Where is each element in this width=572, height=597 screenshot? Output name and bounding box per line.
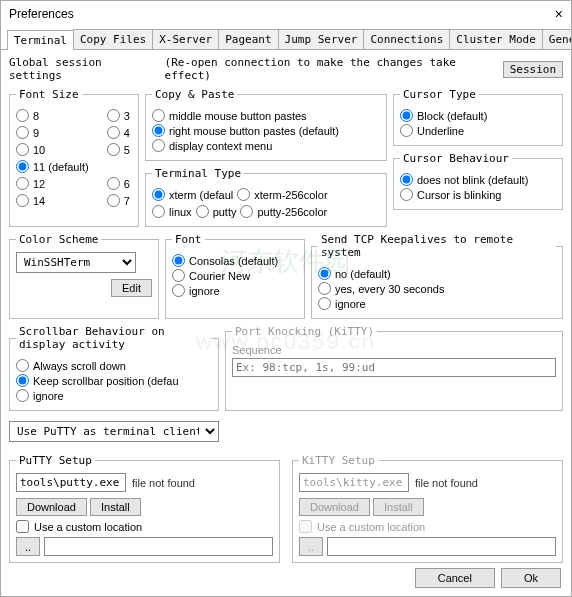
font-consolas[interactable]: Consolas (default) [172, 254, 298, 267]
font-size-10[interactable]: 10 [16, 143, 89, 156]
tab-jump-server[interactable]: Jump Server [278, 29, 365, 49]
port-knocking-legend: Port Knocking (KiTTY) [232, 325, 377, 338]
cursor-blink[interactable]: Cursor is blinking [400, 188, 556, 201]
window-title: Preferences [9, 7, 74, 21]
font-size-11[interactable]: 11 (default) [16, 160, 89, 173]
close-icon[interactable]: × [555, 6, 563, 22]
tab-pageant[interactable]: Pageant [218, 29, 278, 49]
keepalive-no[interactable]: no (default) [318, 267, 556, 280]
keepalive-yes[interactable]: yes, every 30 seconds [318, 282, 556, 295]
font-size-14[interactable]: 14 [16, 194, 89, 207]
copy-paste-context[interactable]: display context menu [152, 139, 380, 152]
font-size-legend: Font Size [16, 88, 82, 101]
putty-setup-group: PuTTY Setup file not found Download Inst… [9, 454, 280, 563]
font-size-4[interactable]: 4 [107, 126, 130, 139]
kitty-download-button: Download [299, 498, 370, 516]
cursor-noblink[interactable]: does not blink (default) [400, 173, 556, 186]
cursor-underline[interactable]: Underline [400, 124, 556, 137]
scrollbar-group: Scrollbar Behaviour on display activity … [9, 325, 219, 411]
copy-paste-right[interactable]: right mouse button pastes (default) [152, 124, 380, 137]
port-knocking-sub: Sequence [232, 344, 556, 356]
cancel-button[interactable]: Cancel [415, 568, 495, 588]
terminal-type-legend: Terminal Type [152, 167, 244, 180]
scroll-keep[interactable]: Keep scrollbar position (defau [16, 374, 212, 387]
term-putty256[interactable]: putty-256color [240, 205, 327, 218]
keepalive-group: Send TCP Keepalives to remote system no … [311, 233, 563, 319]
cursor-block[interactable]: Block (default) [400, 109, 556, 122]
copy-paste-middle[interactable]: middle mouse button pastes [152, 109, 380, 122]
font-size-5[interactable]: 5 [107, 143, 130, 156]
term-xterm256[interactable]: xterm-256color [237, 188, 327, 201]
color-scheme-group: Color Scheme WinSSHTerm Edit [9, 233, 159, 319]
kitty-custom-checkbox: Use a custom location [299, 520, 556, 533]
putty-notfound: file not found [132, 477, 195, 489]
tab-general[interactable]: General [542, 29, 572, 49]
font-size-6[interactable]: 6 [107, 177, 130, 190]
font-size-7[interactable]: 7 [107, 194, 130, 207]
copy-paste-group: Copy & Paste middle mouse button pastes … [145, 88, 387, 161]
tab-x-server[interactable]: X-Server [152, 29, 219, 49]
terminal-type-group: Terminal Type xterm (defaul xterm-256col… [145, 167, 387, 227]
cursor-type-legend: Cursor Type [400, 88, 479, 101]
cursor-behaviour-group: Cursor Behaviour does not blink (default… [393, 152, 563, 210]
putty-custom-checkbox[interactable]: Use a custom location [16, 520, 273, 533]
font-size-group: Font Size 8 9 10 11 (default) 12 14 3 4 … [9, 88, 139, 227]
putty-browse-button[interactable]: .. [16, 537, 40, 556]
term-linux[interactable]: linux [152, 205, 192, 218]
color-scheme-select[interactable]: WinSSHTerm [16, 252, 136, 273]
scroll-always[interactable]: Always scroll down [16, 359, 212, 372]
port-knocking-input [232, 358, 556, 377]
keepalive-legend: Send TCP Keepalives to remote system [318, 233, 556, 259]
kitty-browse-button: .. [299, 537, 323, 556]
kitty-path [299, 473, 409, 492]
cursor-type-group: Cursor Type Block (default) Underline [393, 88, 563, 146]
kitty-install-button: Install [373, 498, 424, 516]
keepalive-ignore[interactable]: ignore [318, 297, 556, 310]
color-scheme-legend: Color Scheme [16, 233, 101, 246]
kitty-notfound: file not found [415, 477, 478, 489]
color-scheme-edit-button[interactable]: Edit [111, 279, 152, 297]
tab-connections[interactable]: Connections [363, 29, 450, 49]
putty-download-button[interactable]: Download [16, 498, 87, 516]
port-knocking-group: Port Knocking (KiTTY) Sequence [225, 325, 563, 411]
kitty-setup-legend: KiTTY Setup [299, 454, 378, 467]
putty-install-button[interactable]: Install [90, 498, 141, 516]
tab-bar: Terminal Copy Files X-Server Pageant Jum… [1, 29, 571, 50]
font-group: Font Consolas (default) Courier New igno… [165, 233, 305, 319]
font-size-12[interactable]: 12 [16, 177, 89, 190]
tab-cluster-mode[interactable]: Cluster Mode [449, 29, 542, 49]
scrollbar-legend: Scrollbar Behaviour on display activity [16, 325, 212, 351]
putty-custom-path [44, 537, 273, 556]
global-settings-hint: (Re-open connection to make the changes … [165, 56, 503, 82]
putty-setup-legend: PuTTY Setup [16, 454, 95, 467]
scroll-ignore[interactable]: ignore [16, 389, 212, 402]
cursor-behaviour-legend: Cursor Behaviour [400, 152, 512, 165]
putty-path [16, 473, 126, 492]
global-settings-label: Global session settings [9, 56, 159, 82]
term-xterm[interactable]: xterm (defaul [152, 188, 233, 201]
font-legend: Font [172, 233, 205, 246]
font-ignore[interactable]: ignore [172, 284, 298, 297]
font-size-8[interactable]: 8 [16, 109, 89, 122]
font-size-3[interactable]: 3 [107, 109, 130, 122]
kitty-setup-group: KiTTY Setup file not found Download Inst… [292, 454, 563, 563]
font-size-9[interactable]: 9 [16, 126, 89, 139]
tab-terminal[interactable]: Terminal [7, 30, 74, 50]
term-putty[interactable]: putty [196, 205, 237, 218]
terminal-client-select[interactable]: Use PuTTY as terminal client (、 [9, 421, 219, 442]
copy-paste-legend: Copy & Paste [152, 88, 237, 101]
kitty-custom-path [327, 537, 556, 556]
tab-copy-files[interactable]: Copy Files [73, 29, 153, 49]
font-courier[interactable]: Courier New [172, 269, 298, 282]
ok-button[interactable]: Ok [501, 568, 561, 588]
session-button[interactable]: Session [503, 61, 563, 78]
